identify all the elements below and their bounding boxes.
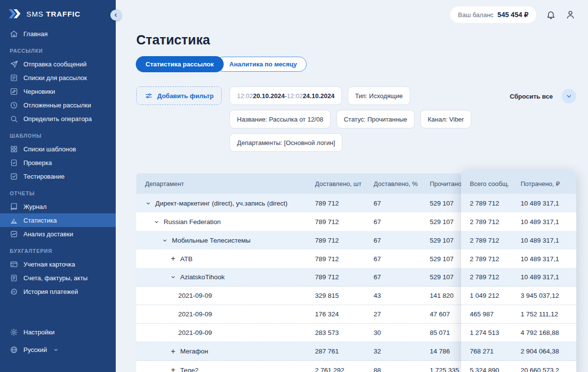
collapse-toggle-icon[interactable] [145,201,151,206]
pinned-columns-panel: Всего сообщ. Потрачено, ₽ 2 789 71210 48… [461,170,576,372]
sidebar-item-label: Журнал [23,203,46,210]
total-messages-cell: 768 271 [470,348,521,355]
sidebar-item-card[interactable]: Учетная карточка [0,257,116,271]
column-header-total-messages[interactable]: Всего сообщ. [470,180,521,187]
pinned-row: 5 324 89020 660 573,2 [461,361,576,372]
sidebar-item-label: Списки шаблонов [23,145,76,153]
delivered-pct-cell: 67 [374,200,430,207]
invoice-icon [10,274,18,282]
pinned-row: 2 789 71210 489 317,1 [461,268,576,287]
spent-cell: 10 489 317,1 [521,255,576,263]
collapse-toggle-icon[interactable] [162,238,168,243]
filter-chip[interactable]: 12:02 20.10.2024 - 12:02 24.10.2024 [230,86,342,105]
sidebar-item-send[interactable]: Отправка сообщений [0,57,116,71]
pinned-header-row: Всего сообщ. Потрачено, ₽ [461,170,576,194]
expand-toggle-icon[interactable]: + [170,255,176,263]
sidebar-item-list[interactable]: Списки для рассылок [0,71,116,84]
delivered-pct-cell: 67 [374,255,430,263]
delivered-pct-cell: 30 [374,329,430,336]
column-header-delivered-pct[interactable]: Доставлено, % [374,180,430,187]
sidebar-collapse-button[interactable] [110,10,121,21]
add-filter-button[interactable]: Добавить фильтр [136,86,222,105]
sidebar-item-test[interactable]: Тестирование [0,169,116,183]
delivered-pct-cell: 88 [374,367,430,372]
filter-chip-row: Департаменты: [Основной логин] [230,133,509,152]
delivered-pct-cell: 67 [374,218,430,226]
journal-icon [10,203,18,211]
notifications-bell-icon[interactable] [546,10,556,20]
sliders-filter-icon [145,92,153,100]
column-header-department[interactable]: Департамент [136,180,315,187]
sidebar-item-check-doc[interactable]: Проверка [0,156,116,169]
collapse-toggle-icon[interactable] [170,274,176,280]
spent-cell: 10 489 317,1 [521,237,576,244]
app-window: SMS TRAFFIC ГлавнаяРАССЫЛКИОтправка сооб… [0,0,588,372]
department-cell: Директ-маркетинг (direct), уч.запись (di… [136,200,315,207]
balance-pill[interactable]: Ваш баланс 545 454 ₽ [450,6,536,23]
total-messages-cell: 2 789 712 [470,255,521,263]
sidebar-section-title: ОТЧЕТЫ [0,183,116,200]
total-messages-cell: 1 049 212 [470,292,521,299]
pinned-row: 1 274 5134 792 168,88 [461,324,576,342]
filter-chip[interactable]: Канал: Viber [420,110,471,128]
column-header-delivered-count[interactable]: Доставлено, шт [315,180,374,187]
expand-toggle-icon[interactable]: + [170,366,176,372]
sidebar-item-invoice[interactable]: Счета, фактуры, акты [0,271,116,285]
sidebar-item-gear[interactable]: Настройки [0,323,116,341]
sidebar-item-label: История платежей [23,288,78,295]
test-icon [10,172,18,181]
search-icon [10,115,18,123]
sidebar-item-stats[interactable]: Статистика [0,213,116,227]
delivered-count-cell: 789 712 [315,255,374,263]
delivered-pct-cell: 67 [374,273,430,281]
statistics-table: Департамент Доставлено, шт Доставлено, %… [136,173,576,372]
department-cell: Russian Federation [136,218,315,226]
sidebar-nav: ГлавнаяРАССЫЛКИОтправка сообщенийСписки … [0,25,116,323]
collapse-filters-button[interactable] [562,89,576,103]
sidebar-item-label: Русский [23,346,47,353]
main-area: Ваш баланс 545 454 ₽ Статистика Статисти… [116,0,588,372]
tabs: Статистика рассылок Аналитика по месяцу [136,57,588,72]
expand-toggle-icon[interactable]: + [170,348,176,355]
sidebar-item-home[interactable]: Главная [0,27,116,41]
sidebar-item-history[interactable]: История платежей [0,285,116,298]
sidebar-item-search[interactable]: Определить оператора [0,112,116,125]
sidebar-item-journal[interactable]: Журнал [0,200,116,213]
delivered-pct-cell: 43 [374,292,430,299]
delivered-pct-cell: 32 [374,348,430,355]
column-header-spent[interactable]: Потрачено, ₽ [521,180,576,187]
filter-chip-rows: 12:02 20.10.2024 - 12:02 24.10.2024Тип: … [230,86,509,157]
department-cell: +Теле2 [136,366,315,372]
total-messages-cell: 5 324 890 [470,367,521,372]
sidebar-item-label: Списки для рассылок [23,74,87,82]
sidebar-item-analysis[interactable]: Анализ доставки [0,227,116,241]
sidebar-item-globe[interactable]: Русский [0,341,116,358]
delivered-count-cell: 283 573 [315,329,374,336]
filter-chip[interactable]: Название: Рассылка от 12/08 [230,110,331,128]
sidebar-item-draft[interactable]: Черновики [0,84,116,98]
tab-statistics-mailings[interactable]: Статистика рассылок [136,57,223,72]
tab-analytics-by-month[interactable]: Аналитика по месяцу [216,57,307,72]
collapse-toggle-icon[interactable] [153,219,160,225]
draft-icon [10,87,18,96]
filter-chip[interactable]: Тип: Исходящие [348,86,410,105]
sidebar-item-label: Учетная карточка [23,261,75,268]
balance-value: 545 454 ₽ [498,11,528,19]
filter-right-controls: Сбросить все [510,89,576,103]
department-cell: +Мегафон [136,348,315,355]
reset-all-button[interactable]: Сбросить все [510,93,553,100]
sidebar-item-label: Анализ доставки [23,230,73,238]
sidebar-item-clock[interactable]: Отложенные рассылки [0,98,116,112]
user-profile-icon[interactable] [566,10,575,20]
delivered-count-cell: 789 712 [315,237,374,244]
sidebar-item-label: Отправка сообщений [23,61,86,68]
sidebar-item-template[interactable]: Списки шаблонов [0,142,116,156]
balance-label: Ваш баланс [458,11,494,19]
sidebar-item-label: Проверка [23,159,52,166]
sidebar-item-label: Настройки [23,329,55,336]
filter-chip[interactable]: Департаменты: [Основной логин] [230,133,342,152]
filter-chip[interactable]: Статус: Прочитанные [336,110,415,128]
pinned-row: 1 049 2123 945 037,12 [461,287,576,305]
delivered-count-cell: 176 324 [315,310,374,318]
pinned-row: 2 789 71210 489 317,1 [461,212,576,231]
